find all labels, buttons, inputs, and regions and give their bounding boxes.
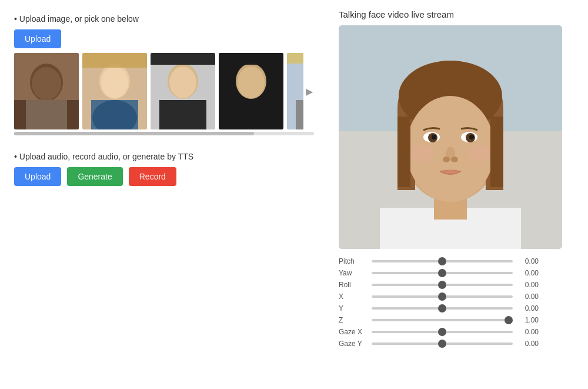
audio-button-row: Upload Generate Record bbox=[14, 167, 315, 186]
svg-rect-55 bbox=[490, 117, 503, 187]
slider-row-z: Z1.00 bbox=[339, 316, 574, 324]
carousel-next-arrow[interactable]: ▶ bbox=[303, 86, 315, 97]
slider-value-5: 1.00 bbox=[517, 316, 539, 324]
slider-label-5: Z bbox=[339, 316, 367, 324]
left-panel: Upload image, or pick one below Upload bbox=[0, 0, 329, 389]
image-section: Upload image, or pick one below Upload bbox=[14, 14, 315, 135]
slider-value-2: 0.00 bbox=[517, 281, 539, 289]
svg-rect-28 bbox=[287, 53, 303, 64]
svg-point-50 bbox=[443, 157, 450, 162]
slider-value-7: 0.00 bbox=[517, 340, 539, 348]
svg-rect-24 bbox=[228, 100, 275, 129]
upload-image-button[interactable]: Upload bbox=[14, 29, 61, 48]
right-panel: Talking face video live stream bbox=[329, 0, 588, 389]
slider-value-3: 0.00 bbox=[517, 292, 539, 301]
carousel-scrollbar-thumb bbox=[14, 132, 254, 135]
slider-input-x[interactable] bbox=[372, 295, 513, 298]
audio-section-title: Upload audio, record audio, or generate … bbox=[14, 152, 315, 161]
face-preview-inner bbox=[339, 25, 562, 249]
face-thumb-1[interactable] bbox=[14, 53, 79, 129]
slider-row-x: X0.00 bbox=[339, 292, 574, 301]
generate-button[interactable]: Generate bbox=[67, 167, 122, 186]
svg-point-9 bbox=[101, 67, 128, 98]
slider-value-4: 0.00 bbox=[517, 304, 539, 312]
carousel-scrollbar[interactable] bbox=[14, 132, 314, 135]
slider-input-gaze-y[interactable] bbox=[372, 343, 513, 345]
slider-input-yaw[interactable] bbox=[372, 272, 513, 274]
slider-row-pitch: Pitch0.00 bbox=[339, 257, 574, 265]
slider-label-7: Gaze Y bbox=[339, 340, 367, 348]
svg-point-21 bbox=[238, 67, 265, 98]
svg-rect-12 bbox=[91, 100, 138, 129]
face-thumb-4[interactable] bbox=[219, 53, 283, 129]
slider-row-gaze-x: Gaze X0.00 bbox=[339, 328, 574, 336]
slider-row-gaze-y: Gaze Y0.00 bbox=[339, 340, 574, 348]
svg-point-51 bbox=[451, 157, 458, 162]
slider-row-roll: Roll0.00 bbox=[339, 281, 574, 289]
image-section-title: Upload image, or pick one below bbox=[14, 14, 315, 24]
upload-audio-button[interactable]: Upload bbox=[14, 167, 61, 186]
svg-point-47 bbox=[432, 135, 436, 139]
record-button[interactable]: Record bbox=[129, 167, 176, 186]
slider-value-1: 0.00 bbox=[517, 269, 539, 277]
svg-point-52 bbox=[409, 145, 433, 162]
slider-label-4: Y bbox=[339, 304, 367, 312]
slider-label-6: Gaze X bbox=[339, 328, 367, 336]
svg-rect-18 bbox=[159, 100, 206, 129]
slider-value-6: 0.00 bbox=[517, 328, 539, 336]
svg-point-2 bbox=[32, 67, 61, 100]
slider-input-y[interactable] bbox=[372, 307, 513, 310]
image-carousel bbox=[14, 53, 303, 129]
svg-rect-16 bbox=[151, 53, 215, 65]
svg-point-53 bbox=[468, 145, 492, 162]
slider-label-1: Yaw bbox=[339, 269, 367, 277]
image-carousel-wrapper: ▶ bbox=[14, 53, 315, 129]
slider-label-0: Pitch bbox=[339, 257, 367, 265]
svg-point-48 bbox=[469, 135, 474, 139]
slider-input-z[interactable] bbox=[372, 319, 513, 321]
svg-rect-30 bbox=[296, 100, 303, 129]
slider-label-2: Roll bbox=[339, 281, 367, 289]
slider-row-y: Y0.00 bbox=[339, 304, 574, 312]
slider-value-0: 0.00 bbox=[517, 257, 539, 265]
stream-title: Talking face video live stream bbox=[339, 9, 574, 19]
face-thumb-2[interactable] bbox=[82, 53, 147, 129]
svg-rect-10 bbox=[82, 53, 147, 68]
sliders-section: Pitch0.00Yaw0.00Roll0.00X0.00Y0.00Z1.00G… bbox=[339, 257, 574, 348]
slider-input-pitch[interactable] bbox=[372, 260, 513, 262]
svg-rect-6 bbox=[26, 100, 67, 129]
svg-rect-54 bbox=[397, 117, 410, 187]
slider-input-roll[interactable] bbox=[372, 284, 513, 286]
svg-rect-22 bbox=[219, 53, 283, 65]
face-thumb-5[interactable] bbox=[287, 53, 303, 129]
audio-section: Upload audio, record audio, or generate … bbox=[14, 152, 315, 186]
slider-label-3: X bbox=[339, 292, 367, 301]
svg-point-15 bbox=[169, 67, 196, 98]
slider-input-gaze-x[interactable] bbox=[372, 331, 513, 333]
face-preview bbox=[339, 25, 562, 249]
slider-row-yaw: Yaw0.00 bbox=[339, 269, 574, 277]
face-thumb-3[interactable] bbox=[151, 53, 215, 129]
